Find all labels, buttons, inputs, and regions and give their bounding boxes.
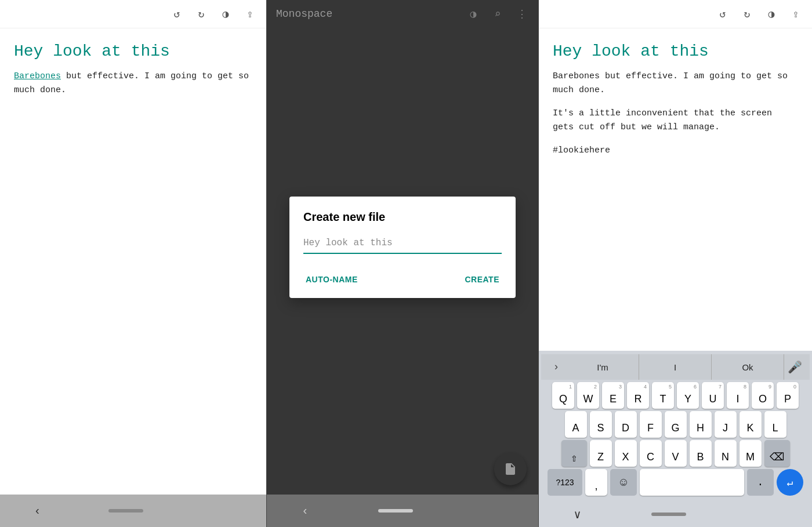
- key-t[interactable]: 5T: [652, 382, 674, 409]
- undo-icon[interactable]: ↺: [170, 7, 184, 21]
- right-note-body: Barebones but effective. I am going to g…: [553, 70, 798, 158]
- suggestion-i[interactable]: I: [639, 354, 712, 380]
- panel-left: ↺ ↻ ◑ ⇪ Hey look at this Barebones but e…: [0, 0, 267, 527]
- key-shift[interactable]: ⇧: [561, 440, 587, 467]
- key-w[interactable]: 2W: [577, 382, 599, 409]
- key-p[interactable]: 0P: [777, 382, 799, 409]
- redo-icon[interactable]: ↻: [194, 7, 208, 21]
- right-nav-pill: [651, 513, 686, 516]
- suggestions-expand-icon[interactable]: ›: [546, 357, 567, 377]
- dialog-overlay: Create new file AUTO-NAME CREATE: [267, 0, 538, 495]
- key-period[interactable]: .: [747, 469, 774, 496]
- create-button[interactable]: CREATE: [462, 270, 502, 289]
- keyboard: › I'm I Ok 🎤 1Q 2W 3E 4R 5T 6Y 7U 8I 9O …: [539, 351, 812, 501]
- dialog-actions: AUTO-NAME CREATE: [303, 266, 502, 293]
- right-note-title: Hey look at this: [553, 42, 798, 60]
- key-u[interactable]: 7U: [702, 382, 724, 409]
- key-g[interactable]: G: [665, 411, 687, 438]
- key-o[interactable]: 9O: [752, 382, 774, 409]
- panel-right: ↺ ↻ ◑ ⇪ Hey look at this Barebones but e…: [538, 0, 812, 527]
- key-a[interactable]: A: [565, 411, 587, 438]
- keyboard-row-1: 1Q 2W 3E 4R 5T 6Y 7U 8I 9O 0P: [541, 382, 810, 409]
- key-j[interactable]: J: [715, 411, 737, 438]
- left-note-title: Hey look at this: [14, 42, 252, 60]
- key-f[interactable]: F: [640, 411, 662, 438]
- key-c[interactable]: C: [640, 440, 662, 467]
- key-numbers[interactable]: ?123: [548, 469, 582, 496]
- right-para3: #lookiehere: [553, 144, 798, 158]
- key-n[interactable]: N: [715, 440, 737, 467]
- key-s[interactable]: S: [590, 411, 612, 438]
- dialog-title: Create new file: [303, 210, 502, 224]
- right-toolbar: ↺ ↻ ◑ ⇪: [539, 0, 812, 28]
- left-nav-pill: [108, 509, 143, 513]
- key-y[interactable]: 6Y: [677, 382, 699, 409]
- right-redo-icon[interactable]: ↻: [740, 7, 754, 21]
- key-k[interactable]: K: [740, 411, 762, 438]
- right-para2: It's a little inconvenient that the scre…: [553, 107, 798, 135]
- left-content: Hey look at this Barebones but effective…: [0, 28, 266, 495]
- right-undo-icon[interactable]: ↺: [716, 7, 730, 21]
- middle-nav-pill: [378, 509, 413, 513]
- keyboard-row-2: A S D F G H J K L: [541, 411, 810, 438]
- key-b[interactable]: B: [690, 440, 712, 467]
- key-enter[interactable]: ↵: [777, 469, 803, 496]
- right-para1: Barebones but effective. I am going to g…: [553, 70, 798, 97]
- middle-nav-bar: ‹: [267, 495, 538, 527]
- left-toolbar: ↺ ↻ ◑ ⇪: [0, 0, 266, 28]
- panel-middle: Monospace ◑ ⌕ ⋮ Create new file AUTO-NAM…: [267, 0, 538, 527]
- key-r[interactable]: 4R: [627, 382, 649, 409]
- key-q[interactable]: 1Q: [552, 382, 574, 409]
- auto-name-button[interactable]: AUTO-NAME: [303, 270, 360, 289]
- left-nav-bar: ‹: [0, 495, 266, 527]
- keyboard-suggestions-bar: › I'm I Ok 🎤: [541, 354, 810, 380]
- left-note-body: Barebones but effective. I am going to g…: [14, 70, 252, 97]
- key-i[interactable]: 8I: [727, 382, 749, 409]
- keyboard-bottom-row: ?123 , ☺ . ↵: [541, 469, 810, 496]
- contrast-icon[interactable]: ◑: [219, 7, 233, 21]
- key-space[interactable]: [640, 469, 744, 496]
- key-d[interactable]: D: [615, 411, 637, 438]
- right-nav-bar: ∨: [539, 501, 812, 527]
- key-l[interactable]: L: [764, 411, 786, 438]
- key-emoji[interactable]: ☺: [610, 469, 637, 496]
- underline-text: Barebones: [14, 71, 61, 81]
- right-down-button[interactable]: ∨: [574, 507, 581, 522]
- create-file-dialog: Create new file AUTO-NAME CREATE: [289, 197, 516, 298]
- share-icon[interactable]: ⇪: [243, 7, 257, 21]
- middle-back-button[interactable]: ‹: [302, 504, 309, 518]
- right-share-icon[interactable]: ⇪: [789, 7, 803, 21]
- key-v[interactable]: V: [665, 440, 687, 467]
- right-contrast-icon[interactable]: ◑: [764, 7, 778, 21]
- key-h[interactable]: H: [690, 411, 712, 438]
- key-backspace[interactable]: ⌫: [764, 440, 790, 467]
- keyboard-row-3: ⇧ Z X C V B N M ⌫: [541, 440, 810, 467]
- dialog-filename-input[interactable]: [303, 235, 502, 254]
- key-comma[interactable]: ,: [585, 469, 607, 496]
- mic-icon[interactable]: 🎤: [784, 357, 805, 377]
- left-back-button[interactable]: ‹: [34, 504, 41, 518]
- key-x[interactable]: X: [615, 440, 637, 467]
- key-e[interactable]: 3E: [602, 382, 624, 409]
- key-m[interactable]: M: [740, 440, 762, 467]
- right-content: Hey look at this Barebones but effective…: [539, 28, 812, 351]
- suggestion-im[interactable]: I'm: [567, 354, 639, 380]
- key-z[interactable]: Z: [590, 440, 612, 467]
- suggestion-ok[interactable]: Ok: [712, 354, 784, 380]
